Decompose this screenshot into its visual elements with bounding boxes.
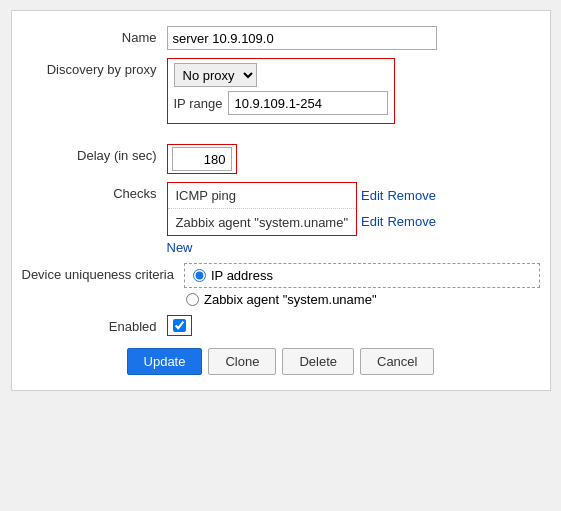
new-link-row: New [167, 240, 540, 255]
buttons-row: Update Clone Delete Cancel [22, 348, 540, 375]
uniqueness-field: IP address Zabbix agent "system.uname" [184, 263, 540, 307]
name-input[interactable] [167, 26, 437, 50]
remove-zabbix-link[interactable]: Remove [387, 214, 435, 229]
name-label: Name [22, 26, 167, 45]
check-zabbix-name: Zabbix agent "system.uname" [168, 212, 357, 233]
name-row: Name [22, 26, 540, 50]
proxy-section: No proxy IP range [167, 58, 396, 124]
uniqueness-ip-radio[interactable] [193, 269, 206, 282]
edit-remove-zabbix: Edit Remove [361, 208, 436, 234]
ip-range-label: IP range [174, 96, 223, 111]
ip-range-input[interactable] [228, 91, 388, 115]
proxy-row: No proxy [174, 63, 389, 87]
remove-icmp-link[interactable]: Remove [387, 188, 435, 203]
uniqueness-ip-label: IP address [211, 268, 273, 283]
uniqueness-zabbix-radio[interactable] [186, 293, 199, 306]
check-zabbix-row: Zabbix agent "system.uname" [168, 209, 357, 235]
discovery-label: Discovery by proxy [22, 58, 167, 77]
checks-and-links: ICMP ping Zabbix agent "system.uname" Ed… [167, 182, 540, 236]
uniqueness-ip-option: IP address [184, 263, 540, 288]
uniqueness-label: Device uniqueness criteria [22, 263, 184, 282]
delay-label: Delay (in sec) [22, 144, 167, 163]
cancel-button[interactable]: Cancel [360, 348, 434, 375]
checks-label: Checks [22, 182, 167, 201]
checks-row: Checks ICMP ping Zabbix agent "system.un… [22, 182, 540, 255]
ip-range-row: IP range [174, 91, 389, 115]
checks-border: ICMP ping Zabbix agent "system.uname" [167, 182, 358, 236]
uniqueness-section: IP address Zabbix agent "system.uname" [184, 263, 540, 307]
enabled-row: Enabled [22, 315, 540, 336]
check-icmp-row: ICMP ping [168, 183, 357, 209]
discovery-row: Discovery by proxy No proxy IP range [22, 58, 540, 124]
delay-box [167, 144, 237, 174]
form-container: Name Discovery by proxy No proxy IP rang… [11, 10, 551, 391]
enabled-checkbox[interactable] [173, 319, 186, 332]
check-icmp-name: ICMP ping [168, 185, 348, 206]
checks-field: ICMP ping Zabbix agent "system.uname" Ed… [167, 182, 540, 255]
uniqueness-zabbix-option: Zabbix agent "system.uname" [184, 292, 540, 307]
enabled-field [167, 315, 540, 336]
discovery-field: No proxy IP range [167, 58, 540, 124]
uniqueness-row: Device uniqueness criteria IP address Za… [22, 263, 540, 307]
delay-input[interactable] [172, 147, 232, 171]
proxy-select[interactable]: No proxy [174, 63, 257, 87]
delay-field [167, 144, 540, 174]
edit-zabbix-link[interactable]: Edit [361, 214, 383, 229]
edit-icmp-link[interactable]: Edit [361, 188, 383, 203]
uniqueness-zabbix-label: Zabbix agent "system.uname" [204, 292, 377, 307]
delete-button[interactable]: Delete [282, 348, 354, 375]
clone-button[interactable]: Clone [208, 348, 276, 375]
name-field [167, 26, 540, 50]
edit-remove-icmp: Edit Remove [361, 182, 436, 208]
edit-remove-col: Edit Remove Edit Remove [361, 182, 436, 234]
update-button[interactable]: Update [127, 348, 203, 375]
new-check-link[interactable]: New [167, 240, 193, 255]
delay-row: Delay (in sec) [22, 144, 540, 174]
enabled-box [167, 315, 192, 336]
enabled-label: Enabled [22, 315, 167, 334]
